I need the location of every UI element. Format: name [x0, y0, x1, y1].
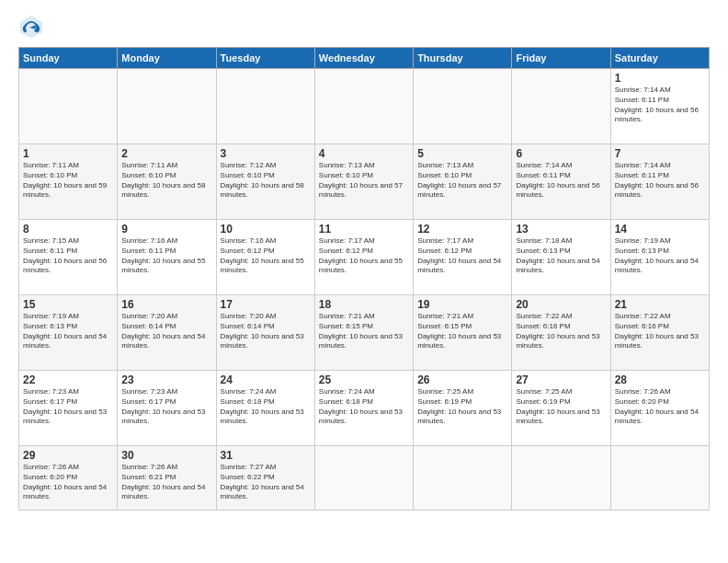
day-info: Sunrise: 7:14 AMSunset: 6:11 PMDaylight:…	[615, 86, 705, 125]
calendar-day-cell: 27Sunrise: 7:25 AMSunset: 6:19 PMDayligh…	[512, 371, 610, 446]
weekday-header: Friday	[512, 48, 610, 69]
day-info: Sunrise: 7:21 AMSunset: 6:15 PMDaylight:…	[417, 312, 507, 351]
day-info: Sunrise: 7:11 AMSunset: 6:10 PMDaylight:…	[23, 161, 113, 201]
day-info: Sunrise: 7:20 AMSunset: 6:14 PMDaylight:…	[221, 312, 311, 351]
logo-icon	[18, 14, 44, 40]
calendar-day-cell: 31Sunrise: 7:27 AMSunset: 6:22 PMDayligh…	[216, 446, 314, 511]
day-number: 25	[319, 373, 409, 386]
day-info: Sunrise: 7:26 AMSunset: 6:20 PMDaylight:…	[23, 463, 113, 502]
day-info: Sunrise: 7:24 AMSunset: 6:18 PMDaylight:…	[221, 387, 311, 427]
day-number: 8	[23, 223, 113, 236]
day-number: 6	[516, 147, 606, 160]
day-info: Sunrise: 7:23 AMSunset: 6:17 PMDaylight:…	[121, 387, 211, 427]
day-number: 24	[221, 373, 311, 386]
day-info: Sunrise: 7:19 AMSunset: 6:13 PMDaylight:…	[615, 236, 705, 276]
calendar-day-cell: 12Sunrise: 7:17 AMSunset: 6:12 PMDayligh…	[414, 220, 512, 295]
calendar-day-cell	[216, 69, 314, 144]
logo	[18, 14, 48, 40]
calendar-day-cell: 9Sunrise: 7:16 AMSunset: 6:11 PMDaylight…	[118, 220, 216, 295]
calendar-day-cell: 15Sunrise: 7:19 AMSunset: 6:13 PMDayligh…	[19, 295, 118, 371]
day-info: Sunrise: 7:15 AMSunset: 6:11 PMDaylight:…	[23, 236, 113, 276]
day-info: Sunrise: 7:25 AMSunset: 6:19 PMDaylight:…	[417, 387, 507, 427]
calendar-day-cell: 10Sunrise: 7:16 AMSunset: 6:12 PMDayligh…	[216, 220, 314, 295]
calendar-week-row: 15Sunrise: 7:19 AMSunset: 6:13 PMDayligh…	[19, 295, 710, 371]
calendar-day-cell: 7Sunrise: 7:14 AMSunset: 6:11 PMDaylight…	[610, 144, 709, 220]
calendar-table: SundayMondayTuesdayWednesdayThursdayFrid…	[18, 47, 710, 511]
page-header	[18, 14, 710, 40]
day-info: Sunrise: 7:23 AMSunset: 6:17 PMDaylight:…	[23, 387, 113, 427]
weekday-header-row: SundayMondayTuesdayWednesdayThursdayFrid…	[19, 48, 710, 69]
day-number: 17	[221, 298, 311, 311]
day-number: 9	[121, 223, 211, 236]
weekday-header: Thursday	[414, 48, 512, 69]
day-number: 21	[615, 298, 705, 311]
calendar-day-cell: 30Sunrise: 7:26 AMSunset: 6:21 PMDayligh…	[118, 446, 216, 511]
calendar-day-cell: 21Sunrise: 7:22 AMSunset: 6:16 PMDayligh…	[610, 295, 709, 371]
calendar-day-cell: 1Sunrise: 7:14 AMSunset: 6:11 PMDaylight…	[610, 69, 709, 144]
calendar-day-cell	[414, 446, 512, 511]
calendar-day-cell: 19Sunrise: 7:21 AMSunset: 6:15 PMDayligh…	[414, 295, 512, 371]
day-info: Sunrise: 7:26 AMSunset: 6:20 PMDaylight:…	[615, 387, 705, 427]
day-info: Sunrise: 7:24 AMSunset: 6:18 PMDaylight:…	[319, 387, 409, 427]
day-info: Sunrise: 7:16 AMSunset: 6:11 PMDaylight:…	[121, 236, 211, 276]
day-info: Sunrise: 7:22 AMSunset: 6:16 PMDaylight:…	[615, 312, 705, 351]
calendar-day-cell: 14Sunrise: 7:19 AMSunset: 6:13 PMDayligh…	[610, 220, 709, 295]
day-info: Sunrise: 7:26 AMSunset: 6:21 PMDaylight:…	[121, 463, 211, 502]
calendar-day-cell: 16Sunrise: 7:20 AMSunset: 6:14 PMDayligh…	[118, 295, 216, 371]
calendar-day-cell: 25Sunrise: 7:24 AMSunset: 6:18 PMDayligh…	[314, 371, 413, 446]
day-number: 19	[417, 298, 507, 311]
calendar-day-cell: 13Sunrise: 7:18 AMSunset: 6:13 PMDayligh…	[512, 220, 610, 295]
day-number: 20	[516, 298, 606, 311]
day-number: 26	[417, 373, 507, 386]
calendar-day-cell: 18Sunrise: 7:21 AMSunset: 6:15 PMDayligh…	[314, 295, 413, 371]
day-info: Sunrise: 7:18 AMSunset: 6:13 PMDaylight:…	[516, 236, 606, 276]
day-number: 2	[121, 147, 211, 160]
weekday-header: Saturday	[610, 48, 709, 69]
calendar-day-cell: 1Sunrise: 7:11 AMSunset: 6:10 PMDaylight…	[19, 144, 118, 220]
day-number: 30	[121, 449, 211, 462]
day-number: 1	[23, 147, 113, 160]
day-number: 13	[516, 223, 606, 236]
weekday-header: Tuesday	[216, 48, 314, 69]
calendar-week-row: 29Sunrise: 7:26 AMSunset: 6:20 PMDayligh…	[19, 446, 710, 511]
weekday-header: Monday	[118, 48, 216, 69]
day-number: 1	[615, 72, 705, 85]
calendar-day-cell: 11Sunrise: 7:17 AMSunset: 6:12 PMDayligh…	[314, 220, 413, 295]
calendar-day-cell	[19, 69, 118, 144]
day-info: Sunrise: 7:25 AMSunset: 6:19 PMDaylight:…	[516, 387, 606, 427]
calendar-week-row: 1Sunrise: 7:14 AMSunset: 6:11 PMDaylight…	[19, 69, 710, 144]
day-number: 15	[23, 298, 113, 311]
day-number: 27	[516, 373, 606, 386]
day-info: Sunrise: 7:27 AMSunset: 6:22 PMDaylight:…	[221, 463, 311, 502]
day-info: Sunrise: 7:14 AMSunset: 6:11 PMDaylight:…	[516, 161, 606, 201]
day-info: Sunrise: 7:16 AMSunset: 6:12 PMDaylight:…	[221, 236, 311, 276]
calendar-day-cell	[314, 446, 413, 511]
day-number: 28	[615, 373, 705, 386]
calendar-day-cell: 20Sunrise: 7:22 AMSunset: 6:16 PMDayligh…	[512, 295, 610, 371]
day-number: 18	[319, 298, 409, 311]
day-number: 4	[319, 147, 409, 160]
day-number: 16	[121, 298, 211, 311]
calendar-day-cell: 26Sunrise: 7:25 AMSunset: 6:19 PMDayligh…	[414, 371, 512, 446]
calendar-day-cell: 5Sunrise: 7:13 AMSunset: 6:10 PMDaylight…	[414, 144, 512, 220]
day-number: 7	[615, 147, 705, 160]
weekday-header: Wednesday	[314, 48, 413, 69]
day-number: 10	[221, 223, 311, 236]
calendar-day-cell	[414, 69, 512, 144]
day-number: 3	[221, 147, 311, 160]
calendar-day-cell	[118, 69, 216, 144]
calendar-day-cell: 28Sunrise: 7:26 AMSunset: 6:20 PMDayligh…	[610, 371, 709, 446]
calendar-week-row: 22Sunrise: 7:23 AMSunset: 6:17 PMDayligh…	[19, 371, 710, 446]
day-number: 23	[121, 373, 211, 386]
calendar-day-cell: 6Sunrise: 7:14 AMSunset: 6:11 PMDaylight…	[512, 144, 610, 220]
day-info: Sunrise: 7:19 AMSunset: 6:13 PMDaylight:…	[23, 312, 113, 351]
calendar-week-row: 1Sunrise: 7:11 AMSunset: 6:10 PMDaylight…	[19, 144, 710, 220]
calendar-day-cell: 29Sunrise: 7:26 AMSunset: 6:20 PMDayligh…	[19, 446, 118, 511]
calendar-day-cell: 8Sunrise: 7:15 AMSunset: 6:11 PMDaylight…	[19, 220, 118, 295]
day-number: 12	[417, 223, 507, 236]
day-number: 29	[23, 449, 113, 462]
calendar-day-cell: 23Sunrise: 7:23 AMSunset: 6:17 PMDayligh…	[118, 371, 216, 446]
day-info: Sunrise: 7:17 AMSunset: 6:12 PMDaylight:…	[417, 236, 507, 276]
calendar-page: SundayMondayTuesdayWednesdayThursdayFrid…	[0, 0, 728, 563]
calendar-day-cell	[610, 446, 709, 511]
